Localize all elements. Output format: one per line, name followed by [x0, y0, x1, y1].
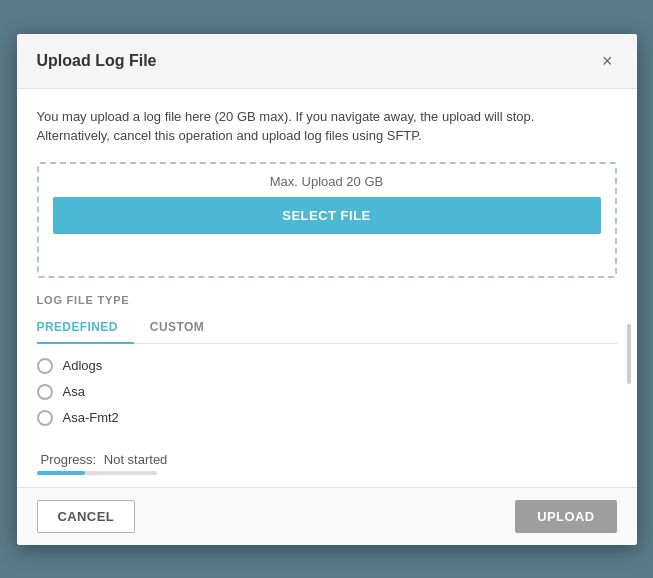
upload-zone: Max. Upload 20 GB SELECT FILE: [37, 162, 617, 278]
close-button[interactable]: ×: [598, 50, 617, 72]
radio-label-asa-fmt2: Asa-Fmt2: [63, 410, 119, 425]
radio-circle-asa: [37, 384, 53, 400]
radio-asa-fmt2[interactable]: Asa-Fmt2: [37, 410, 617, 426]
radio-label-asa: Asa: [63, 384, 85, 399]
radio-circle-adlogs: [37, 358, 53, 374]
log-file-type-tabs: PREDEFINED CUSTOM: [37, 312, 617, 344]
radio-circle-asa-fmt2: [37, 410, 53, 426]
modal-body: You may upload a log file here (20 GB ma…: [17, 89, 637, 487]
modal-header: Upload Log File ×: [17, 34, 637, 89]
predefined-options-list: Adlogs Asa Asa-Fmt2: [37, 344, 617, 444]
progress-text: Progress: Not started: [37, 452, 617, 467]
progress-bar-background: [37, 471, 157, 475]
select-file-button[interactable]: SELECT FILE: [53, 197, 601, 234]
tab-predefined[interactable]: PREDEFINED: [37, 312, 134, 344]
progress-value: Not started: [104, 452, 168, 467]
cancel-button[interactable]: CANCEL: [37, 500, 136, 533]
scrollbar-track[interactable]: [627, 324, 631, 384]
modal-footer: CANCEL UPLOAD: [17, 487, 637, 545]
description-line2: Alternatively, cancel this operation and…: [37, 128, 422, 143]
description: You may upload a log file here (20 GB ma…: [37, 107, 617, 146]
modal-title: Upload Log File: [37, 52, 157, 70]
tab-custom[interactable]: CUSTOM: [150, 312, 220, 344]
progress-section: Progress: Not started: [37, 444, 617, 487]
progress-bar-fill: [37, 471, 85, 475]
log-file-type-label: LOG FILE TYPE: [37, 294, 617, 306]
upload-button[interactable]: UPLOAD: [515, 500, 616, 533]
radio-label-adlogs: Adlogs: [63, 358, 103, 373]
radio-asa[interactable]: Asa: [37, 384, 617, 400]
description-line1: You may upload a log file here (20 GB ma…: [37, 109, 535, 124]
upload-log-file-modal: Upload Log File × You may upload a log f…: [17, 34, 637, 545]
radio-adlogs[interactable]: Adlogs: [37, 358, 617, 374]
progress-label: Progress:: [41, 452, 97, 467]
file-drop-area: [53, 234, 601, 266]
max-upload-text: Max. Upload 20 GB: [53, 174, 601, 189]
